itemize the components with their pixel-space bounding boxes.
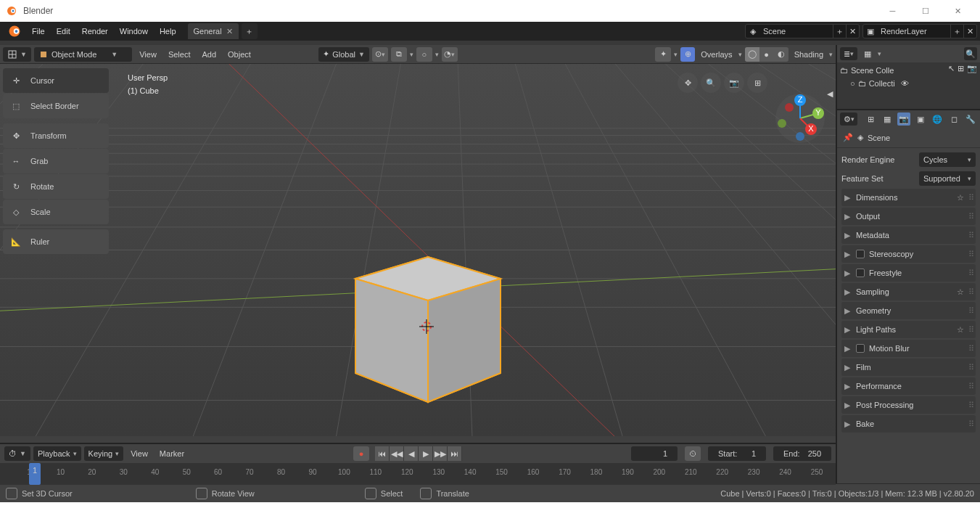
- viewport-menu-view[interactable]: View: [135, 50, 161, 59]
- jump-to-next-key-button[interactable]: ▶▶: [433, 446, 448, 461]
- properties-editor-dropdown[interactable]: ⚙▾: [840, 112, 857, 126]
- camera-filter-icon[interactable]: 📷: [967, 64, 977, 73]
- panel-bake[interactable]: ▶Bake⠿: [841, 415, 976, 433]
- snap-toggle[interactable]: ⧉: [391, 47, 407, 62]
- add-scene-button[interactable]: ＋: [833, 25, 846, 38]
- panel-output[interactable]: ▶Output⠿: [841, 208, 976, 225]
- properties-body[interactable]: Render Engine Cycles▾ Feature Set Suppor…: [837, 148, 980, 483]
- panel-performance[interactable]: ▶Performance⠿: [841, 377, 976, 395]
- timeline-track[interactable]: 1102030405060708090100110120130140150160…: [0, 463, 836, 485]
- cursor-filter-icon[interactable]: ↖: [948, 64, 955, 73]
- outliner-collection-row[interactable]: ○ 🗀 Collecti 👁: [840, 77, 977, 90]
- renderlayer-selector[interactable]: ▣ ＋ ✕: [862, 24, 977, 38]
- viewport-3d[interactable]: ✛Cursor ⬚Select Border ✥Transform ↔Grab …: [0, 64, 836, 443]
- tab-workspace-icon[interactable]: ⊞: [864, 112, 877, 126]
- window-maximize-button[interactable]: ☐: [909, 0, 942, 22]
- tool-grab[interactable]: ↔Grab: [3, 149, 109, 173]
- overlays-toggle[interactable]: ⊕: [680, 47, 695, 62]
- tab-viewlayer-icon[interactable]: ▣: [914, 112, 927, 126]
- menu-file[interactable]: File: [26, 22, 51, 41]
- outliner-display-dropdown[interactable]: ▾: [878, 50, 881, 57]
- end-frame-field[interactable]: End:250: [773, 446, 831, 461]
- play-button[interactable]: ▶: [419, 446, 433, 461]
- current-frame-field[interactable]: 1: [631, 446, 678, 461]
- panel-light-paths[interactable]: ▶Light Paths☆⠿: [841, 321, 976, 338]
- menu-render[interactable]: Render: [76, 22, 114, 41]
- play-reverse-button[interactable]: ◀: [404, 446, 419, 461]
- timeline-marker-menu[interactable]: Marker: [155, 449, 189, 458]
- timeline-playback-menu[interactable]: Playback ▾: [33, 446, 81, 461]
- feature-set-dropdown[interactable]: Supported▾: [919, 171, 976, 186]
- jump-to-start-button[interactable]: ⏮: [375, 446, 390, 461]
- grid-filter-icon[interactable]: ⊞: [958, 64, 964, 73]
- panel-sampling[interactable]: ▶Sampling☆⠿: [841, 283, 976, 300]
- widget-camera-icon[interactable]: 📷: [724, 73, 744, 93]
- menu-help[interactable]: Help: [154, 22, 182, 41]
- panel-freestyle[interactable]: ▶Freestyle⠿: [841, 264, 976, 282]
- tool-ruler[interactable]: 📐Ruler: [3, 229, 109, 254]
- scene-name-input[interactable]: [760, 27, 833, 36]
- gizmo-toggle[interactable]: ✦: [655, 47, 671, 62]
- timeline-view-menu[interactable]: View: [126, 449, 152, 458]
- delete-layer-button[interactable]: ✕: [963, 25, 976, 38]
- editor-type-dropdown[interactable]: ▼: [3, 47, 31, 62]
- render-engine-dropdown[interactable]: Cycles▾: [919, 152, 976, 167]
- overlays-dropdown[interactable]: ▾: [738, 51, 742, 58]
- add-workspace-button[interactable]: ＋: [242, 23, 258, 39]
- eye-icon[interactable]: 👁: [901, 79, 909, 88]
- proportional-edit-toggle[interactable]: ○: [416, 47, 432, 62]
- widget-ortho-icon[interactable]: ⊞: [747, 73, 767, 93]
- renderlayer-name-input[interactable]: [878, 27, 950, 36]
- panel-stereoscopy[interactable]: ▶Stereoscopy⠿: [841, 245, 976, 263]
- proportional-dropdown[interactable]: ▾: [435, 51, 439, 58]
- close-tab-icon[interactable]: ✕: [226, 27, 233, 36]
- scene-selector[interactable]: ◈ ＋ ✕: [745, 24, 860, 38]
- pin-icon[interactable]: 📌: [843, 133, 853, 142]
- shading-dropdown[interactable]: ▾: [829, 51, 833, 58]
- panel-geometry[interactable]: ▶Geometry⠿: [841, 302, 976, 319]
- shading-lookdev-button[interactable]: ◐: [774, 47, 788, 62]
- freestyle-checkbox[interactable]: [856, 269, 865, 277]
- orientation-dropdown[interactable]: ✦ Global ▼: [318, 47, 369, 62]
- disclosure-icon[interactable]: ○: [850, 79, 855, 88]
- window-close-button[interactable]: ✕: [942, 0, 974, 22]
- outliner-tree[interactable]: 🗀 Scene Colle ○ 🗀 Collecti 👁 ↖⊞📷: [837, 62, 980, 109]
- widget-pan-icon[interactable]: ✥: [678, 73, 698, 93]
- shading-solid-button[interactable]: ●: [759, 47, 774, 62]
- jump-to-end-button[interactable]: ⏭: [448, 446, 462, 461]
- snap-dropdown[interactable]: ▾: [410, 51, 413, 58]
- tab-render-icon[interactable]: ▦: [881, 112, 894, 126]
- tool-rotate[interactable]: ↻Rotate: [3, 174, 109, 199]
- shading-wireframe-button[interactable]: ◯: [745, 47, 759, 62]
- motion-blur-checkbox[interactable]: [856, 344, 865, 353]
- navigation-gizmo[interactable]: Y X Z: [775, 93, 825, 144]
- workspace-tab-general[interactable]: General ✕: [188, 23, 239, 39]
- tab-object-icon[interactable]: ◻: [947, 112, 960, 126]
- widget-zoom-icon[interactable]: 🔍: [701, 73, 721, 93]
- sync-mode-button[interactable]: ⏲: [685, 446, 701, 461]
- jump-to-prev-key-button[interactable]: ◀◀: [390, 446, 404, 461]
- stereoscopy-checkbox[interactable]: [856, 250, 865, 258]
- start-frame-field[interactable]: Start:1: [708, 446, 766, 461]
- sidebar-toggle-icon[interactable]: ◀: [827, 89, 833, 99]
- viewport-menu-add[interactable]: Add: [197, 50, 221, 59]
- delete-scene-button[interactable]: ✕: [846, 25, 859, 38]
- pivot-dropdown[interactable]: ⊙▾: [372, 47, 388, 62]
- timeline-cursor[interactable]: 1: [29, 463, 41, 485]
- tool-scale[interactable]: ◇Scale: [3, 200, 109, 224]
- panel-film[interactable]: ▶Film⠿: [841, 359, 976, 376]
- panel-post-processing[interactable]: ▶Post Processing⠿: [841, 396, 976, 414]
- outliner-display-mode[interactable]: ▦: [860, 47, 875, 60]
- add-layer-button[interactable]: ＋: [950, 25, 963, 38]
- gizmo-dropdown[interactable]: ▾: [674, 51, 678, 58]
- panel-motion-blur[interactable]: ▶Motion Blur⠿: [841, 340, 976, 357]
- outliner-search-icon[interactable]: 🔍: [964, 47, 977, 60]
- tab-scene-icon[interactable]: 📷: [897, 112, 910, 126]
- tool-transform[interactable]: ✥Transform: [3, 123, 109, 148]
- collection-visibility-dropdown[interactable]: ◔▾: [442, 47, 458, 62]
- panel-metadata[interactable]: ▶Metadata⠿: [841, 226, 976, 244]
- tool-cursor[interactable]: ✛Cursor: [3, 68, 109, 93]
- timeline-editor-dropdown[interactable]: ⏱▼: [4, 446, 30, 461]
- tool-select-border[interactable]: ⬚Select Border: [3, 94, 109, 118]
- default-cube[interactable]: [348, 250, 508, 421]
